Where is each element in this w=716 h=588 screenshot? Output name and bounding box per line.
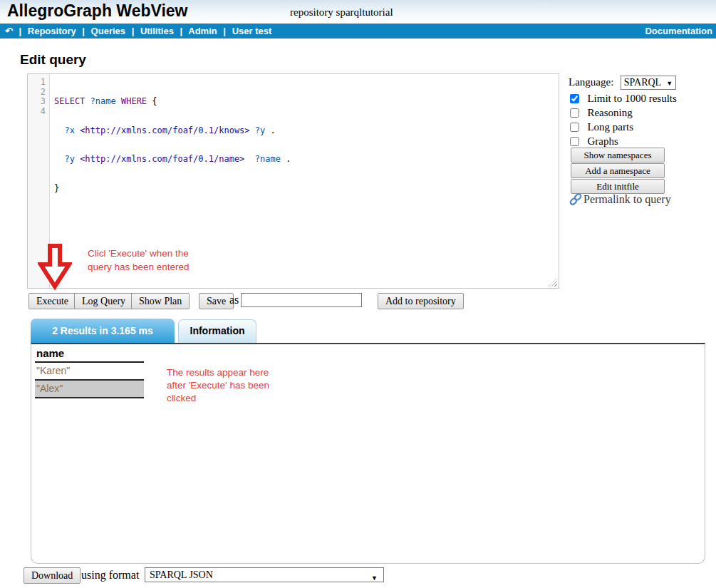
- limit-results-checkbox[interactable]: [570, 94, 579, 103]
- nav-separator: |: [132, 26, 135, 36]
- page-title: Edit query: [20, 52, 86, 68]
- main-navbar: ↶ | Repository | Queries | Utilities | A…: [0, 24, 716, 38]
- line-number: 2: [28, 88, 49, 98]
- nav-separator: |: [223, 26, 226, 36]
- top-header: AllegroGraph WebView repository sparqltu…: [0, 0, 716, 24]
- long-parts-label[interactable]: Long parts: [587, 121, 633, 133]
- results-annotation-line: clicked: [167, 392, 269, 405]
- nav-left-group: ↶ | Repository | Queries | Utilities | A…: [5, 24, 275, 38]
- table-row[interactable]: "Karen": [35, 363, 144, 381]
- checkbox-row-long-parts: Long parts: [570, 120, 633, 133]
- permalink-to-query-link[interactable]: Permalink to query: [569, 193, 671, 206]
- code-token: ?name: [255, 154, 281, 164]
- execute-annotation: Clicl 'Execute' when the query has been …: [88, 247, 190, 274]
- language-label: Language:: [569, 76, 613, 88]
- code-line: }: [54, 184, 291, 194]
- tab-information[interactable]: Information: [178, 319, 256, 343]
- download-button[interactable]: Download: [24, 567, 81, 584]
- reasoning-checkbox[interactable]: [570, 108, 579, 118]
- execute-button[interactable]: Execute: [28, 293, 76, 309]
- query-editor[interactable]: 1 2 3 4 SELECT ?name WHERE { ?x <http://…: [27, 73, 559, 289]
- chevron-down-icon: ▼: [666, 80, 673, 87]
- language-row: Language: SPARQL▼: [569, 76, 676, 90]
- red-down-arrow-icon: [38, 243, 72, 292]
- editor-resize-handle[interactable]: [549, 278, 557, 287]
- show-plan-button[interactable]: Show Plan: [131, 293, 190, 309]
- nav-separator: |: [180, 26, 183, 36]
- tab-results[interactable]: 2 Results in 3.165 ms: [31, 319, 175, 343]
- code-token: ?name: [90, 96, 116, 106]
- results-panel: name "Karen" "Alex" The results appear h…: [31, 343, 705, 564]
- permalink-label: Permalink to query: [583, 193, 671, 205]
- long-parts-checkbox[interactable]: [570, 123, 579, 132]
- graphs-checkbox[interactable]: [570, 137, 579, 146]
- checkbox-row-graphs: Graphs: [570, 135, 618, 148]
- checkbox-row-reasoning: Reasoning: [570, 106, 633, 119]
- code-token: SELECT: [54, 96, 85, 106]
- save-name-input[interactable]: [241, 293, 362, 307]
- log-query-button[interactable]: Log Query: [74, 293, 133, 309]
- code-line: ?y <http://xmlns.com/foaf/0.1/name> ?nam…: [54, 155, 291, 165]
- show-namespaces-button[interactable]: Show namespaces: [571, 148, 665, 163]
- line-number: 1: [28, 78, 49, 88]
- nav-item-queries[interactable]: Queries: [91, 26, 125, 36]
- back-icon[interactable]: ↶: [5, 26, 13, 36]
- results-table: name "Karen" "Alex": [35, 345, 144, 398]
- code-token: ?y: [64, 154, 74, 164]
- table-row[interactable]: "Alex": [35, 381, 144, 398]
- execute-annotation-line: query has been entered: [88, 260, 190, 274]
- line-number: 4: [28, 107, 49, 117]
- column-header-name: name: [35, 345, 144, 363]
- language-select[interactable]: SPARQL▼: [621, 76, 676, 90]
- chevron-down-icon: ▼: [371, 572, 378, 585]
- nav-item-repository[interactable]: Repository: [28, 26, 76, 36]
- results-annotation-line: after 'Execute' has been: [167, 379, 269, 392]
- code-token: ?y: [255, 125, 265, 135]
- nav-item-admin[interactable]: Admin: [188, 26, 217, 36]
- graphs-label[interactable]: Graphs: [587, 135, 618, 147]
- add-namespace-button[interactable]: Add a namespace: [571, 163, 665, 178]
- line-number: 3: [28, 97, 49, 107]
- nav-separator: |: [82, 26, 85, 36]
- add-to-repository-button[interactable]: Add to repository: [378, 293, 464, 309]
- save-button[interactable]: Save: [199, 293, 234, 309]
- code-token: <http://xmlns.com/foaf/0.1/name>: [80, 154, 244, 164]
- save-as-label: as: [229, 294, 239, 306]
- using-format-label: using format: [81, 569, 139, 582]
- results-annotation-line: The results appear here: [167, 366, 269, 379]
- code-token: WHERE: [121, 96, 147, 106]
- checkbox-row-limit: Limit to 1000 results: [570, 92, 677, 105]
- nav-item-documentation[interactable]: Documentation: [645, 24, 712, 38]
- format-select-value: SPARQL JSON: [150, 569, 213, 580]
- nav-item-user-test[interactable]: User test: [232, 26, 272, 36]
- nav-separator: |: [19, 26, 22, 36]
- query-code[interactable]: SELECT ?name WHERE { ?x <http://xmlns.co…: [54, 78, 291, 212]
- link-icon: [569, 193, 582, 206]
- nav-item-utilities[interactable]: Utilities: [140, 26, 174, 36]
- language-select-value: SPARQL: [624, 77, 661, 88]
- execute-annotation-line: Clicl 'Execute' when the: [88, 247, 190, 260]
- limit-results-label[interactable]: Limit to 1000 results: [587, 93, 676, 104]
- repository-subtitle: repository sparqltutorial: [290, 6, 393, 19]
- results-annotation: The results appear here after 'Execute' …: [167, 366, 269, 405]
- code-line: ?x <http://xmlns.com/foaf/0.1/knows> ?y …: [54, 126, 291, 136]
- webview-page: AllegroGraph WebView repository sparqltu…: [0, 0, 716, 588]
- code-line: SELECT ?name WHERE {: [54, 97, 291, 107]
- code-token: ?x: [64, 125, 74, 135]
- format-select[interactable]: SPARQL JSON ▼: [145, 567, 384, 582]
- code-token: <http://xmlns.com/foaf/0.1/knows>: [80, 125, 249, 135]
- app-title: AllegroGraph WebView: [7, 1, 187, 21]
- edit-initfile-button[interactable]: Edit initfile: [571, 179, 665, 194]
- reasoning-label[interactable]: Reasoning: [587, 107, 632, 118]
